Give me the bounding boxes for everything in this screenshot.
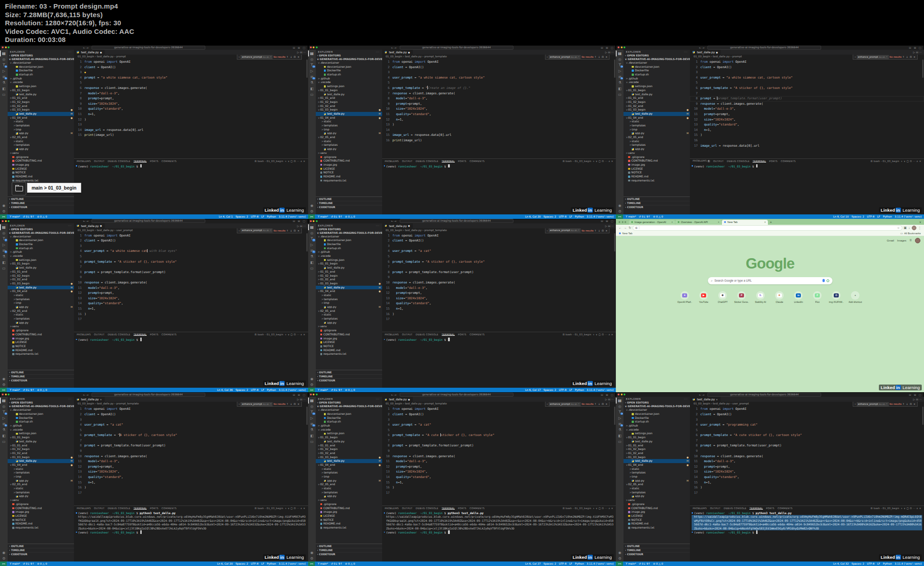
project-root-folder[interactable]: v GENERATIVE-AI-IMAGING-TOOLS-FOR-DEVELO… [316, 404, 382, 408]
sidebar-more-icon[interactable]: ··· [684, 51, 688, 53]
window-title-search[interactable]: generative-ai-imaging-tools-for-develope… [400, 46, 513, 50]
tree-item-requirements.txt[interactable]: requirements.txt [316, 526, 382, 530]
tree-item-startup.sh[interactable]: startup.sh [624, 73, 690, 77]
tree-item-01_01_begin[interactable]: v01_01_begin [316, 262, 382, 266]
status-left-item[interactable]: ↺ 0↓ 9↑ [331, 215, 342, 218]
tree-item-01_01_end[interactable]: >01_01_end [8, 270, 74, 274]
status-right-item[interactable]: LF [877, 215, 880, 218]
panel-tab-debug-console[interactable]: DEBUG CONSOLE [416, 507, 438, 510]
testing-icon[interactable]: ⚗ [0, 254, 8, 260]
panel-action-icons[interactable]: + ∨ ▢ ⊟ ··· ∧ × [285, 160, 305, 162]
sidebar-section-timeline[interactable]: › TIMELINE [316, 201, 382, 205]
cursor-position[interactable]: Ln 6, Col 20 [217, 562, 233, 565]
tree-item-Dockerfile[interactable]: Dockerfile [316, 242, 382, 246]
tree-item-test_dalle.py[interactable]: test_dalle.py [8, 93, 74, 97]
status-right-item[interactable]: 3.11.4 ('venv': venv) [587, 389, 614, 391]
status-right-item[interactable]: LF [261, 215, 264, 218]
explorer-icon[interactable]: ▤ [0, 224, 8, 230]
remote-indicator[interactable]: >< [616, 561, 623, 566]
tree-item-01_01_begin[interactable]: v01_01_begin [316, 88, 382, 93]
open-editors-section[interactable]: › OPEN EDITORS [624, 401, 690, 404]
source-control-icon[interactable]: ϒ3 [0, 409, 8, 415]
status-right-item[interactable]: Python [575, 215, 584, 218]
tree-item-Dockerfile[interactable]: Dockerfile [316, 416, 382, 420]
sidebar-section-timeline[interactable]: › TIMELINE [8, 201, 74, 205]
status-right-item[interactable]: 3.11.4 ('venv': venv) [895, 215, 922, 218]
explorer-icon[interactable]: ▤ [308, 398, 316, 404]
tree-item-app.py[interactable]: app.py [8, 321, 74, 325]
window-controls[interactable] [310, 46, 318, 48]
tree-item-01_02_end[interactable]: >01_02_end [8, 451, 74, 455]
shortcut-chatgpt[interactable]: ✾ChatGPT [715, 291, 730, 303]
editor-action-icons[interactable]: ▷ ⊟ ··· [297, 50, 308, 55]
tree-item-.github[interactable]: >.github [316, 250, 382, 254]
code-editor[interactable]: 1from openai import OpenAI2client = Open… [74, 232, 308, 332]
panel-tab-debug-console[interactable]: DEBUG CONSOLE [108, 333, 130, 336]
code-editor[interactable]: 1from openai import OpenAI2client = Open… [690, 405, 924, 506]
tree-item-settings.json[interactable]: settings.json [624, 431, 690, 436]
editor-tab[interactable]: test_dalle.py● [690, 50, 721, 55]
sidebar-more-icon[interactable]: ··· [376, 398, 379, 400]
panel-tab-ports[interactable]: PORTS [458, 507, 467, 510]
tree-item-01_01_begin[interactable]: v01_01_begin [624, 436, 690, 440]
run-debug-icon[interactable]: ▷ [616, 415, 624, 421]
tree-item-01_01_end[interactable]: >01_01_end [8, 444, 74, 448]
sidebar-section-outline[interactable]: › OUTLINE [624, 197, 690, 201]
tree-item-image.jpg[interactable]: image.jpg [8, 337, 74, 341]
panel-tab-comments[interactable]: COMMENTS [162, 160, 176, 162]
window-title-search[interactable]: generative-ai-imaging-tools-for-develope… [92, 393, 205, 397]
tree-item-requirements.txt[interactable]: requirements.txt [8, 526, 74, 530]
tree-item-templates[interactable]: >templates [8, 317, 74, 321]
status-right-item[interactable]: UTF-8 [559, 562, 567, 565]
window-controls[interactable] [619, 221, 626, 223]
tree-item-app.py[interactable]: app.py [8, 494, 74, 498]
tree-item-tmp[interactable]: >tmp [624, 475, 690, 479]
cursor-position[interactable]: Ln 8, Col 10 [833, 215, 849, 218]
tree-item-devcontainer.json[interactable]: devcontainer.json [316, 412, 382, 416]
tree-item-LICENSE[interactable]: LICENSE [316, 340, 382, 344]
address-bar[interactable]: G☆ [633, 226, 902, 230]
tree-item-.devcontainer[interactable]: v.devcontainer [316, 61, 382, 65]
editor-tab[interactable]: test_dalle.py● [382, 397, 413, 402]
code-editor[interactable]: 1from openai import OpenAI2client = Open… [382, 58, 616, 158]
sidebar-section-outline[interactable]: › OUTLINE [8, 544, 74, 548]
status-right-item[interactable]: UTF-8 [867, 562, 874, 565]
tree-item-01_04_end[interactable]: v01_04_end● [316, 116, 382, 120]
source-control-icon[interactable]: ϒ3 [0, 236, 8, 242]
tree-item-startup.sh[interactable]: startup.sh [316, 246, 382, 251]
tree-item-templates[interactable]: >templates [316, 124, 382, 128]
panel-tab-output[interactable]: OUTPUT [402, 507, 412, 510]
tree-item-static[interactable]: >static [316, 293, 382, 297]
settings-icon[interactable]: ⚙ [308, 556, 316, 561]
search-icon[interactable]: ◎ [616, 404, 624, 409]
tree-item-templates[interactable]: >templates [624, 491, 690, 495]
tree-item-01_03_begin[interactable]: v01_03_begin● [8, 282, 74, 286]
account-icon[interactable]: ◉ [308, 203, 316, 209]
tree-item-Dockerfile[interactable]: Dockerfile [8, 242, 74, 246]
source-control-icon[interactable]: ϒ3 [308, 236, 316, 242]
testing-icon[interactable]: ⚗ [0, 80, 8, 86]
layout-toggle-icons[interactable]: ⊟ ⊞ ▢ [909, 393, 922, 396]
status-right-item[interactable]: 3.11.4 ('venv': venv) [279, 562, 306, 565]
sidebar-section-codetour[interactable]: › CODETOUR [316, 205, 382, 209]
editor-scrollbar[interactable] [922, 60, 924, 78]
sidebar-more-icon[interactable]: ··· [376, 224, 379, 227]
status-left-item[interactable]: ↺ 0↓ 9↑ [331, 389, 342, 391]
status-right-item[interactable]: Python [267, 389, 276, 391]
tree-item-templates[interactable]: >templates [8, 297, 74, 302]
tree-item-01_02_end[interactable]: >01_02_end [8, 104, 74, 108]
tree-item-app.py[interactable]: app.py [624, 147, 690, 151]
sidebar-section-timeline[interactable]: › TIMELINE [316, 548, 382, 552]
tree-item-02_05_end[interactable]: v02_05_end [316, 135, 382, 139]
account-icon[interactable]: ◉ [0, 203, 8, 209]
tree-item-tmp[interactable]: >tmp [8, 475, 74, 479]
tree-item-.gitignore[interactable]: .gitignore [624, 502, 690, 506]
tree-item-01_04_end[interactable]: v01_04_end● [8, 289, 74, 293]
tree-item-app.py[interactable]: app.py [8, 147, 74, 151]
panel-tab-comments[interactable]: COMMENTS [777, 507, 792, 510]
tree-item-venv[interactable]: >venv [624, 498, 690, 502]
tree-item-01_02_begin[interactable]: >01_02_begin [8, 100, 74, 104]
tree-item-01_01_end[interactable]: >01_01_end [624, 96, 690, 100]
source-control-icon[interactable]: ϒ3 [308, 409, 316, 415]
tree-item-README.md[interactable]: README.md [316, 348, 382, 353]
